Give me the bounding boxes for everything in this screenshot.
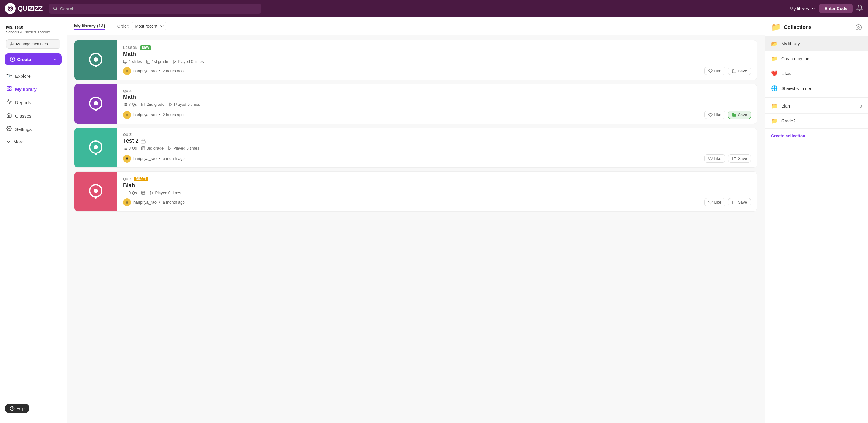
help-label: Help	[17, 406, 25, 411]
search-input[interactable]	[60, 6, 257, 11]
help-button[interactable]: Help	[5, 403, 29, 413]
svg-point-28	[94, 101, 98, 105]
folder-icon2	[732, 113, 736, 117]
sidebar: Ms. Rao Schools & Districts account Mana…	[0, 17, 67, 423]
sidebar-item-more[interactable]: More	[0, 136, 67, 148]
svg-rect-11	[10, 86, 11, 88]
list-icon2	[123, 146, 127, 151]
create-button[interactable]: Create	[5, 54, 62, 65]
svg-point-19	[95, 65, 97, 67]
sidebar-more-label: More	[13, 139, 24, 144]
globe-icon-shared: 🌐	[771, 85, 778, 92]
library-tab[interactable]: My library (13)	[74, 22, 105, 30]
collection-item-my-library[interactable]: 📂 My library	[765, 36, 868, 51]
item-type-quiz3: QUIZ	[123, 177, 132, 181]
save-button-filled[interactable]: Save	[728, 110, 751, 119]
my-library-dropdown[interactable]: My library	[789, 6, 815, 11]
bell-icon[interactable]	[857, 5, 863, 13]
meta-grade: 3rd grade	[141, 146, 163, 151]
manage-members-label: Manage members	[16, 42, 48, 46]
collection-item-shared[interactable]: 🌐 Shared with me	[765, 81, 868, 96]
item-type-row: QUIZ	[123, 89, 751, 93]
sidebar-item-settings-label: Settings	[15, 127, 32, 132]
create-collection-link[interactable]: Create collection	[765, 129, 868, 143]
search-bar[interactable]	[49, 4, 261, 14]
save-button[interactable]: Save	[728, 154, 751, 163]
library-header: My library (13) Order: Most recent Oldes…	[67, 17, 765, 35]
item-author: H haripriya_rao • a month ago	[123, 198, 185, 206]
svg-marker-53	[169, 147, 171, 150]
like-button[interactable]: Like	[705, 154, 725, 163]
item-body-math-quiz: QUIZ Math 7 Qs 2nd grade	[117, 84, 757, 124]
item-actions: Like Save	[705, 198, 751, 206]
reports-icon	[6, 99, 12, 106]
user-name: Ms. Rao	[6, 24, 60, 30]
item-body-test2: QUIZ Test 2 3 Qs	[117, 128, 757, 167]
sidebar-item-reports[interactable]: Reports	[0, 96, 67, 109]
svg-point-2	[10, 8, 11, 9]
item-meta-math-quiz: 7 Qs 2nd grade Played 0 times	[123, 102, 751, 107]
svg-rect-50	[142, 147, 145, 150]
collection-item-grade2[interactable]: 📁 Grade2 1	[765, 113, 868, 129]
collection-item-created-by-me[interactable]: 📁 Created by me	[765, 51, 868, 66]
sidebar-item-explore[interactable]: 🔭 Explore	[0, 70, 67, 83]
author-name: haripriya_rao	[133, 112, 157, 117]
item-actions: Like Save	[705, 154, 751, 163]
logo[interactable]: QUIZIZZ	[5, 3, 42, 14]
collection-item-blah[interactable]: 📁 Blah 0	[765, 99, 868, 113]
item-meta-math-lesson: 4 slides 1st grade Played 0 times	[123, 59, 751, 64]
item-type-lesson: LESSON	[123, 46, 138, 50]
folder-icon-my-library: 📂	[771, 40, 778, 47]
sidebar-item-reports-label: Reports	[15, 100, 31, 105]
meta-slides: 4 slides	[123, 59, 142, 64]
sidebar-item-classes[interactable]: Classes	[0, 109, 67, 123]
main-layout: Ms. Rao Schools & Districts account Mana…	[0, 17, 868, 423]
order-section: Order: Most recent Oldest Name (A-Z) Nam…	[117, 22, 166, 30]
item-author: H haripriya_rao • a month ago	[123, 155, 185, 163]
collection-name-liked: Liked	[781, 71, 862, 76]
slides-icon	[123, 60, 127, 64]
save-button[interactable]: Save	[728, 198, 751, 206]
meta-played: Played 0 times	[172, 59, 204, 64]
list-item: LESSON NEW Math 4 slides 1st grade	[74, 40, 757, 80]
order-select[interactable]: Most recent Oldest Name (A-Z) Name (Z-A)	[132, 22, 166, 30]
save-button[interactable]: Save	[728, 67, 751, 75]
like-button[interactable]: Like	[705, 67, 725, 75]
folder-icon3	[732, 157, 736, 161]
manage-members-button[interactable]: Manage members	[6, 39, 60, 48]
svg-marker-66	[150, 191, 153, 194]
svg-point-29	[95, 109, 97, 111]
logo-text: QUIZIZZ	[18, 5, 42, 12]
collection-item-liked[interactable]: ❤️ Liked	[765, 66, 868, 81]
svg-rect-63	[142, 191, 145, 194]
like-button[interactable]: Like	[705, 110, 725, 119]
sidebar-item-classes-label: Classes	[15, 113, 31, 119]
logo-icon	[5, 3, 16, 14]
heart-icon-liked: ❤️	[771, 70, 778, 77]
svg-marker-26	[173, 60, 176, 63]
avatar: H	[123, 155, 131, 163]
meta-questions: 7 Qs	[123, 102, 137, 107]
badge-draft: DRAFT	[134, 176, 148, 181]
help-icon	[10, 406, 14, 411]
svg-rect-23	[147, 60, 150, 63]
svg-rect-13	[10, 89, 11, 91]
meta-played: Played 0 times	[169, 102, 200, 107]
dot-separator: •	[159, 156, 160, 161]
sidebar-item-my-library[interactable]: My library	[0, 83, 67, 96]
collection-name-my-library: My library	[781, 41, 862, 46]
top-nav: QUIZIZZ My library Enter Code	[0, 0, 868, 17]
order-label: Order:	[117, 24, 129, 29]
svg-rect-10	[7, 86, 8, 88]
sidebar-item-settings[interactable]: Settings	[0, 123, 67, 136]
avatar: H	[123, 67, 131, 75]
enter-code-button[interactable]: Enter Code	[819, 4, 853, 13]
like-button[interactable]: Like	[705, 198, 725, 206]
collection-count-grade2: 1	[860, 119, 862, 123]
collection-name-shared: Shared with me	[781, 86, 862, 91]
settings-circle-icon[interactable]	[855, 24, 862, 31]
folder-icon-blah: 📁	[771, 103, 778, 109]
item-actions: Like Save	[705, 110, 751, 119]
list-item: QUIZ DRAFT Blah 0 Qs	[74, 171, 757, 212]
collections-title: 📁 Collections	[771, 23, 812, 32]
